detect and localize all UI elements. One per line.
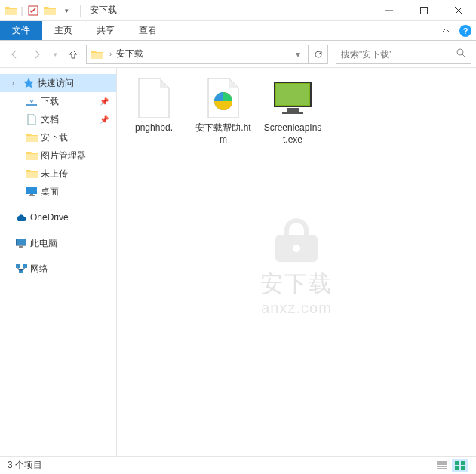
search-icon[interactable] (456, 48, 466, 60)
sidebar-item-label: 下载 (41, 95, 59, 108)
sidebar-item-downloads[interactable]: 下载 📌 (0, 92, 116, 110)
svg-rect-18 (287, 108, 299, 112)
file-name: pnghhbd. (135, 122, 173, 134)
divider: | (20, 3, 24, 18)
properties-icon[interactable] (26, 3, 41, 18)
svg-rect-26 (461, 461, 465, 465)
sidebar-item-label: 文档 (41, 113, 59, 126)
svg-rect-19 (282, 112, 303, 114)
sidebar-item-label: 图片管理器 (41, 149, 86, 162)
network-icon (15, 263, 27, 275)
minimize-button[interactable] (372, 0, 407, 21)
chevron-right-icon: › (12, 79, 20, 87)
sidebar-item-label: OneDrive (30, 212, 69, 223)
address-dropdown-icon[interactable]: ▾ (291, 49, 305, 60)
icons-view-button[interactable] (452, 459, 468, 472)
refresh-button[interactable] (309, 45, 328, 64)
desktop-icon (26, 186, 38, 198)
qat-dropdown-icon[interactable]: ▾ (59, 3, 74, 18)
sidebar-item-this-pc[interactable]: 此电脑 (0, 234, 116, 252)
separator (80, 5, 81, 17)
watermark-text: 安下载 (260, 269, 333, 300)
tab-view[interactable]: 查看 (127, 21, 169, 40)
ribbon-tabs: 文件 主页 共享 查看 ? (0, 21, 476, 41)
back-button[interactable] (5, 45, 24, 64)
svg-rect-12 (19, 246, 23, 248)
sidebar-item-label: 此电脑 (30, 237, 57, 250)
svg-rect-11 (16, 239, 26, 245)
file-item[interactable]: 安下载帮助.htm (192, 77, 254, 146)
watermark: 安下载 anxz.com (260, 217, 333, 317)
sidebar-item-quick-access[interactable]: › 快速访问 (0, 74, 116, 92)
file-item[interactable]: pnghhbd. (123, 77, 185, 146)
tab-share[interactable]: 共享 (84, 21, 127, 40)
svg-rect-27 (455, 466, 459, 470)
breadcrumb-item[interactable]: 安下载 (115, 48, 145, 60)
tab-home[interactable]: 主页 (42, 21, 84, 40)
help-icon: ? (459, 25, 471, 37)
svg-rect-25 (455, 461, 459, 465)
tab-file[interactable]: 文件 (0, 21, 42, 40)
folder-icon (90, 48, 103, 61)
pc-icon (15, 237, 27, 249)
close-button[interactable] (441, 0, 476, 21)
sidebar-item-desktop[interactable]: 桌面 (0, 183, 116, 201)
svg-rect-9 (30, 194, 33, 195)
sidebar-item-label: 网络 (30, 263, 48, 275)
sidebar-item-onedrive[interactable]: OneDrive (0, 208, 116, 226)
window-title: 安下载 (84, 4, 123, 17)
folder-icon (3, 3, 18, 18)
status-bar: 3 个项目 (0, 456, 476, 474)
chevron-right-icon[interactable]: › (106, 50, 115, 58)
maximize-button[interactable] (407, 0, 441, 21)
navigation-pane: › 快速访问 下载 📌 文档 📌 安下载 (0, 68, 117, 456)
folder-icon-2 (42, 3, 57, 18)
sidebar-item-label: 快速访问 (38, 77, 74, 90)
sidebar-item-anxz[interactable]: 安下载 (0, 128, 116, 146)
quick-access-toolbar: | ▾ (0, 3, 77, 18)
svg-rect-14 (23, 264, 27, 268)
sidebar-item-label: 桌面 (41, 186, 59, 199)
search-input[interactable] (341, 49, 456, 60)
sidebar-item-documents[interactable]: 文档 📌 (0, 110, 116, 128)
star-icon (23, 77, 35, 89)
lock-icon (269, 217, 324, 262)
watermark-subtext: anxz.com (260, 300, 333, 317)
search-box[interactable] (336, 45, 471, 64)
svg-point-5 (457, 49, 463, 55)
item-count: 3 个项目 (8, 459, 42, 472)
htm-file-icon (202, 77, 244, 119)
sidebar-item-network[interactable]: 网络 (0, 260, 116, 278)
download-icon (26, 95, 38, 107)
folder-icon (26, 149, 38, 162)
up-button[interactable] (63, 45, 83, 64)
pin-icon: 📌 (100, 115, 109, 124)
details-view-button[interactable] (434, 459, 450, 472)
address-bar[interactable]: › 安下载 ▾ (86, 45, 309, 64)
pin-icon: 📌 (100, 97, 109, 106)
forward-button[interactable] (27, 45, 47, 64)
sidebar-item-pic-manager[interactable]: 图片管理器 (0, 146, 116, 165)
sidebar-item-label: 未上传 (41, 168, 68, 180)
svg-line-6 (462, 54, 465, 57)
svg-point-20 (293, 245, 300, 252)
file-list: pnghhbd. 安下载帮助.htm ScreenleapInst.exe (123, 77, 470, 146)
help-button[interactable]: ? (455, 21, 476, 40)
svg-rect-13 (16, 264, 20, 268)
svg-rect-8 (26, 187, 37, 194)
file-icon (133, 77, 175, 119)
file-name: 安下载帮助.htm (192, 122, 254, 146)
navigation-bar: ▾ › 安下载 ▾ (0, 41, 476, 68)
svg-rect-7 (26, 104, 37, 106)
window-controls (372, 0, 476, 21)
exe-file-icon (272, 77, 314, 119)
file-item[interactable]: ScreenleapInst.exe (262, 77, 324, 146)
expand-ribbon-icon[interactable] (437, 21, 455, 40)
sidebar-item-not-uploaded[interactable]: 未上传 (0, 165, 116, 183)
folder-icon (26, 168, 38, 180)
recent-dropdown-icon[interactable]: ▾ (50, 45, 60, 64)
folder-icon (26, 131, 38, 143)
title-bar: | ▾ 安下载 (0, 0, 476, 21)
content-pane[interactable]: pnghhbd. 安下载帮助.htm ScreenleapInst.exe 安下… (117, 68, 476, 456)
svg-rect-2 (421, 7, 428, 14)
